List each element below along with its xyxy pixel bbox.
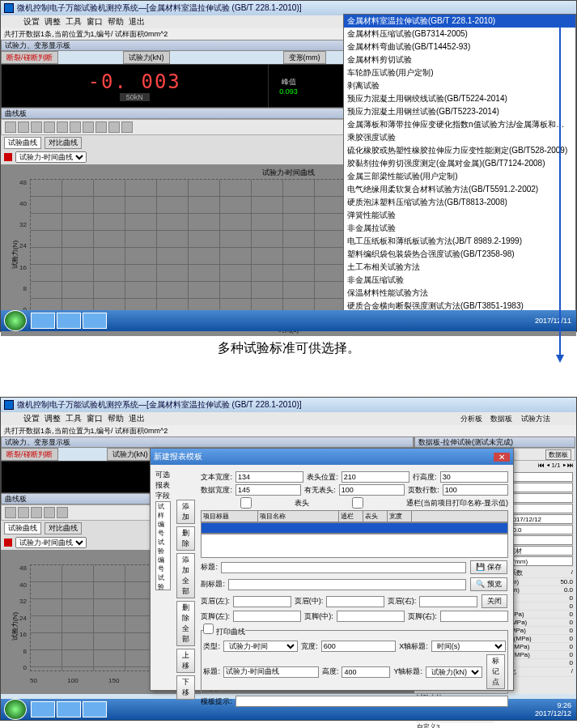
data-field-input[interactable] [508,546,573,556]
taskbar-explorer-icon[interactable] [57,701,81,717]
nav-prev-icon[interactable]: ◀ [546,462,549,469]
standard-option[interactable]: 金属三部梁性能试验(用户定制) [344,170,575,183]
tool-icon[interactable] [108,121,120,133]
available-fields-list[interactable]: 试样编号试验编号试验日期试验室试件尺寸试件厚度试件宽度比例系数备注 [155,501,171,590]
span-checkbox[interactable] [312,497,403,509]
start-button[interactable] [4,699,27,720]
header-center-input[interactable] [326,596,384,607]
print-curve-checkbox[interactable] [203,624,214,634]
row-height-input[interactable] [440,471,508,483]
delete-button[interactable]: 删除 [176,526,195,551]
data-field-input[interactable] [508,535,573,545]
menu-bar[interactable]: 设置 调整 工具 窗口 帮助 退出 分析板 数据板 试验方法 [1,412,576,425]
system-tray[interactable]: 2017/12/11 [530,317,576,325]
data-field-input[interactable] [508,514,573,524]
tool-icon[interactable] [57,121,68,133]
mark-point-button[interactable]: 标记点 [486,654,505,689]
move-down-button[interactable]: 下移 [176,675,195,700]
title-input[interactable] [221,562,467,573]
field-option[interactable]: 试样编号 [156,502,170,538]
curve-type-select[interactable]: 试验力-时间 [223,641,298,652]
taskbar-ie-icon[interactable] [31,701,55,717]
footer-right-input[interactable] [440,611,508,622]
close-button[interactable]: 关闭 [482,594,507,608]
dialog-titlebar[interactable]: 新建报表模板 ✕ [151,449,513,465]
tool-icon[interactable] [57,507,68,518]
tab-compare-curve[interactable]: 对比曲线 [45,137,82,149]
standard-option[interactable]: 弹簧性能试验 [344,209,575,222]
data-field-input[interactable] [508,525,573,534]
save-button[interactable]: 💾 保存 [470,560,507,574]
tool-icon[interactable] [31,121,42,133]
data-field-input[interactable] [508,504,573,513]
curve-title-input[interactable] [223,666,319,678]
start-button[interactable] [4,310,27,331]
standard-option[interactable]: 胶黏剂拉伸剪切强度测定(金属对金属)(GB/T7124-2008) [344,157,575,170]
curve-width-input[interactable] [321,641,396,652]
standard-option[interactable]: 金属薄板和薄带拉伸应变硬化指数n值试验方法/金属薄板和薄带塑性应变比r值试验方法 [344,118,575,131]
header-right-input[interactable] [419,596,477,607]
footer-left-input[interactable] [233,611,301,622]
data-width-input[interactable] [235,484,301,496]
menu-exit[interactable]: 退出 [129,413,145,424]
header-gap-input[interactable] [339,484,405,496]
data-field-input[interactable] [508,493,573,503]
standard-option[interactable]: 土工布相关试验方法 [344,261,575,274]
standard-option[interactable]: 预应力混凝土用钢丝试验(GB/T5223-2014) [344,105,575,118]
menu-tools[interactable]: 工具 [66,413,82,424]
standard-option[interactable]: 保温材料性能试验方法 [344,287,575,300]
tool-icon[interactable] [5,507,16,518]
tool-icon[interactable] [44,507,55,518]
taskbar-app-icon[interactable] [83,313,107,329]
move-up-button[interactable]: 上移 [176,649,195,673]
taskbar[interactable]: 2017/12/11 [1,310,576,331]
menu-help[interactable]: 帮助 [108,413,124,424]
tool-icon[interactable] [5,121,16,133]
tab-compare-curve[interactable]: 对比曲线 [45,522,82,534]
menu-tools[interactable]: 工具 [66,16,82,28]
standard-option[interactable]: 非金属压缩试验 [344,274,575,287]
tool-icon[interactable] [121,121,133,133]
menu-window[interactable]: 窗口 [87,413,103,424]
standard-dropdown-panel[interactable]: 金属材料室温拉伸试验(GB/T 228.1-2010)金属材料压缩试验(GB73… [343,14,576,318]
nav-last-icon[interactable]: ⏭ [567,462,574,469]
standard-option[interactable]: 金属材料室温拉伸试验(GB/T 228.1-2010) [344,15,575,28]
field-option[interactable]: 试验编号 [156,538,170,573]
break-tab[interactable]: 断裂/碰断判断 [1,51,58,64]
data-field-input[interactable] [508,483,573,492]
standard-option[interactable]: 预应力混凝土用钢绞线试验(GB/T5224-2014) [344,92,575,105]
yaxis-select[interactable]: 试验力(kN) [426,666,482,678]
page-row-input[interactable] [443,484,508,496]
tab-test-curve[interactable]: 试验曲线 [4,522,41,534]
header-left-input[interactable] [233,596,291,607]
nav-first-icon[interactable]: ⏮ [538,462,545,469]
taskbar-explorer-icon[interactable] [57,313,81,329]
subtitle-input[interactable] [228,579,467,590]
tool-icon[interactable] [44,121,55,133]
taskbar-ie-icon[interactable] [31,313,55,329]
template-note-input[interactable] [235,696,508,707]
menu-exit[interactable]: 退出 [129,16,145,28]
standard-option[interactable]: 金属材料弯曲试验(GB/T14452-93) [344,40,575,53]
curve-type-select[interactable]: 试验力-时间曲线 [15,151,87,163]
xaxis-select[interactable]: 时间(s) [431,641,506,652]
nav-next-icon[interactable]: ▶ [562,462,566,469]
menu-adjust[interactable]: 调整 [45,413,61,424]
standard-option[interactable]: 金属材料压缩试验(GB7314-2005) [344,28,575,40]
field-option[interactable]: 试验日期 [156,573,170,590]
menu-adjust[interactable]: 调整 [45,16,61,28]
system-tray[interactable]: 9:26 2017/12/12 [530,701,576,717]
standard-option[interactable]: 电气绝缘用柔软复合材料试验方法(GB/T5591.2-2002) [344,183,575,196]
menu-settings[interactable]: 设置 [23,413,40,424]
data-field-input[interactable] [508,472,573,482]
data-panel-tab-label[interactable]: 数据板 [545,449,571,460]
close-icon[interactable]: ✕ [494,453,510,462]
curve-height-input[interactable] [342,666,390,678]
standard-option[interactable]: 金属材料剪切试验 [344,53,575,66]
tab-analysis[interactable]: 分析板 [460,415,482,423]
tab-test-curve[interactable]: 试验曲线 [4,137,41,149]
curve-type-select[interactable]: 试验力-时间曲线 [15,537,87,548]
menu-window[interactable]: 窗口 [87,16,103,28]
standard-option[interactable]: 电工压纸板和薄纸板试验方法(JB/T 8989.2-1999) [344,235,575,248]
delete-all-button[interactable]: 删除全部 [176,601,195,646]
